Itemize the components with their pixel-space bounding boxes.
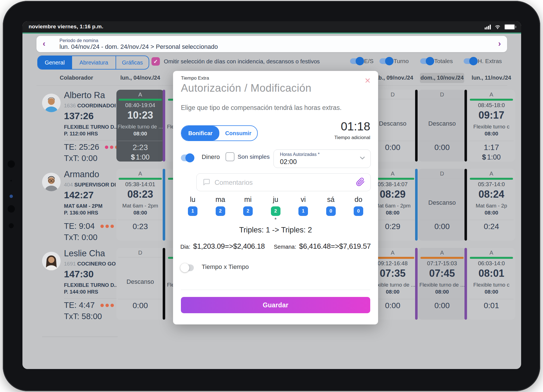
cell-status-letter: D: [418, 91, 466, 98]
semana-label: Semana:: [274, 244, 296, 250]
omit-checkbox-label: Omitir selección de días con incidencia,…: [164, 58, 320, 65]
day-cell-selected[interactable]: A 08:40-19:04 10:23 Flexible turno de ..…: [116, 90, 164, 162]
toggle-totales: Totales: [420, 57, 453, 65]
period-bar: ‹ Periodo de nomina lun. 04/nov./24 - do…: [36, 36, 507, 52]
cell-money: $1:00: [468, 153, 515, 161]
employee-name[interactable]: Armando: [64, 169, 99, 179]
day-cell[interactable]: A 07:17-15:03 07:45 Flexible turno de ..…: [418, 248, 466, 320]
cell-rest-label: Descanso: [418, 120, 466, 127]
divider: [420, 178, 464, 178]
employee-period-hours: P. 112:00 HRS: [64, 131, 98, 137]
cell-extra-time: 0:00: [418, 301, 466, 310]
dinero-toggle[interactable]: [181, 155, 194, 161]
cell-status-letter: D: [418, 170, 466, 177]
day-item-ju: ju 2 *: [267, 195, 285, 223]
column-header-day8: lun., 11/nov./24: [468, 75, 515, 81]
cell-extra-time: 0:23: [116, 222, 164, 231]
toggle-totales-switch[interactable]: [420, 58, 433, 64]
consumir-segment[interactable]: Consumir: [219, 126, 257, 140]
divider: [118, 220, 162, 220]
bonificar-segment[interactable]: Bonificar: [181, 126, 219, 140]
cell-border-stripe: [163, 90, 165, 162]
cell-time-range: 07:17-15:03: [418, 260, 466, 267]
te-status-dots[interactable]: [100, 225, 114, 228]
day-badge[interactable]: 2: [243, 206, 253, 216]
screenshot-canvas: noviembre viernes, 1:16 p.m. ‹ Periodo d…: [0, 0, 543, 392]
day-label: sá: [322, 195, 340, 204]
day-mark: [239, 216, 257, 223]
employee-total-hours: 137:26: [64, 110, 94, 121]
modal-title: Autorización / Modificación: [181, 82, 312, 94]
accent-top-line: [22, 33, 521, 34]
day-cell[interactable]: A 08:45-18:0 09:17 Flexible turno c 08:0…: [468, 90, 515, 162]
cell-money: $1:00: [116, 153, 164, 161]
day-cell[interactable]: A 05:37-14:0 08:24 Mat 6am - 2p 08:00 0:…: [468, 169, 515, 241]
day-mark: [349, 216, 367, 223]
next-period-icon[interactable]: ›: [498, 39, 501, 48]
avatar: [42, 252, 61, 270]
column-header-day7: dom., 10/nov./24: [418, 75, 466, 81]
day-badge[interactable]: 0: [354, 206, 363, 216]
omit-checkbox[interactable]: ✓: [151, 57, 160, 66]
camera-dot: [10, 180, 12, 181]
day-badge[interactable]: 2: [271, 206, 280, 216]
te-status-dots[interactable]: [100, 304, 114, 307]
cell-shift-hours: 08:00: [418, 289, 466, 295]
cell-border-stripe: [163, 248, 165, 320]
shift-color-bar: [470, 99, 513, 101]
cell-extra-time: 2:23: [116, 143, 164, 152]
divider: [118, 141, 162, 141]
employee-name[interactable]: Alberto Ra: [64, 90, 105, 100]
divider: [469, 141, 514, 141]
day-mark: [294, 216, 312, 223]
day-item-lu: lu 1: [184, 195, 202, 223]
cell-worked-hours: 08:23: [116, 188, 164, 200]
day-badge[interactable]: 1: [188, 206, 197, 216]
cell-worked-hours: 09:17: [468, 109, 515, 121]
toggle-turno-switch[interactable]: [379, 58, 392, 64]
attachment-paperclip-icon[interactable]: [356, 177, 365, 186]
cell-extra-time: 0:00: [418, 222, 466, 231]
day-badge[interactable]: 0: [326, 206, 336, 216]
comments-input[interactable]: [214, 174, 350, 192]
day-cell[interactable]: D Descanso 0:00: [116, 248, 164, 320]
tab-general[interactable]: General: [38, 56, 72, 69]
prev-period-icon[interactable]: ‹: [43, 39, 45, 48]
toggle-turno-label: Turno: [394, 58, 409, 64]
employee-role: SUPERVISOR DE: [74, 182, 116, 188]
day-cell[interactable]: A 06:03-14:0 08:01 Flexible turno c 08:0…: [468, 248, 515, 320]
divider: [420, 141, 464, 141]
employee-id: 1691: [64, 261, 76, 267]
toggle-hextras-switch[interactable]: [464, 58, 477, 64]
son-simples-checkbox[interactable]: [226, 152, 234, 161]
cell-shift-label: Flexible turno c: [468, 124, 515, 130]
additional-time-label: Tiempo adicional: [334, 135, 370, 140]
employee-name[interactable]: Leslie Cha: [64, 248, 105, 259]
cell-status-letter: A: [468, 250, 515, 256]
battery-icon: [504, 24, 515, 30]
tiempo-x-tiempo-toggle[interactable]: [181, 264, 194, 271]
modal-subtitle: Elige que tipo de compensación tendrá la…: [181, 104, 342, 112]
day-cell[interactable]: D Descanso 0:00: [418, 90, 466, 162]
triples-summary: Triples: 1 -> Triples: 2: [173, 226, 378, 234]
toggle-es-switch[interactable]: [350, 58, 363, 64]
view-tabs: General Abreviatura Gráficas: [37, 56, 149, 70]
money-summary: Dia: $1,203.09=>$2,406.18 Semana: $6,416…: [173, 242, 378, 251]
day-cell[interactable]: A 05:38-14:01 08:23 Mat 6am - 2pm 08:00 …: [116, 169, 164, 241]
day-badge[interactable]: 1: [298, 206, 308, 216]
camera-dot: [8, 205, 15, 213]
day-badge[interactable]: 2: [216, 206, 225, 216]
save-button[interactable]: Guardar: [181, 297, 370, 313]
day-cell[interactable]: D Descanso 0:00: [418, 169, 466, 241]
tab-graficas[interactable]: Gráficas: [116, 56, 149, 69]
day-item-ma: ma 2: [211, 195, 229, 223]
cell-border-stripe: [415, 90, 418, 162]
close-icon[interactable]: ✕: [364, 77, 371, 85]
cell-border-stripe: [415, 169, 418, 241]
avatar: [42, 173, 61, 191]
horas-autorizadas-select[interactable]: Horas Autorizadas * 02:00: [273, 149, 371, 168]
tab-abreviatura[interactable]: Abreviatura: [72, 56, 116, 69]
employee-period-hours: P. 144:00 HRS: [64, 289, 98, 295]
camera-dot: [9, 223, 14, 228]
cell-border-stripe: [415, 248, 418, 320]
